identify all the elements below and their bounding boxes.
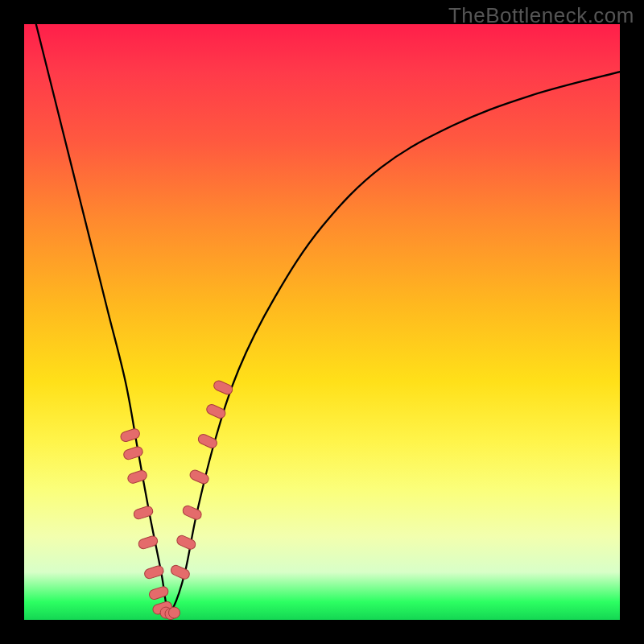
data-marker xyxy=(175,534,197,551)
curve-layer xyxy=(24,24,620,620)
chart-frame: TheBottleneck.com xyxy=(0,0,644,644)
data-marker xyxy=(148,585,170,601)
data-marker xyxy=(119,427,141,443)
data-marker xyxy=(169,607,180,618)
curve-paths xyxy=(36,24,620,613)
bottleneck-curve xyxy=(36,24,620,613)
plot-area xyxy=(24,24,620,620)
data-marker xyxy=(205,403,227,420)
marker-layer xyxy=(119,379,233,620)
data-marker xyxy=(213,379,234,396)
data-marker xyxy=(126,469,148,485)
watermark-label: TheBottleneck.com xyxy=(448,3,634,28)
data-marker xyxy=(196,433,218,450)
data-marker xyxy=(122,445,144,460)
data-marker xyxy=(169,564,191,580)
data-marker xyxy=(181,504,203,521)
